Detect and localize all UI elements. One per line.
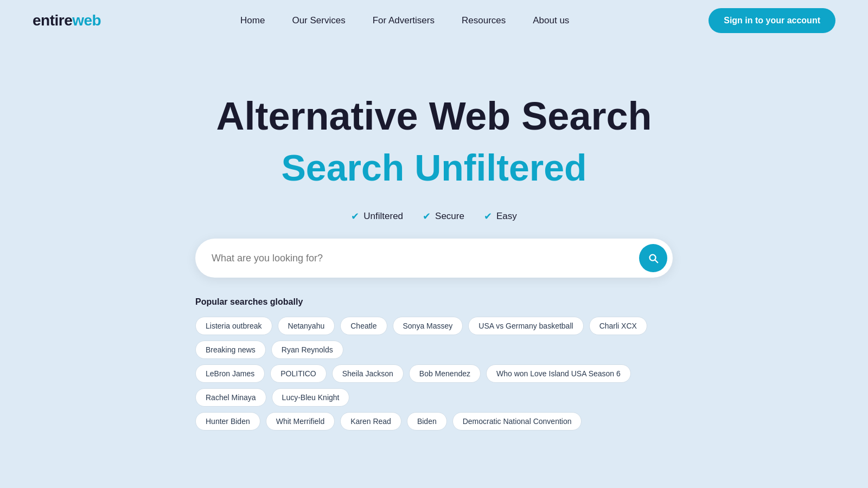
tags-row-2: LeBron JamesPOLITICOSheila JacksonBob Me… xyxy=(195,364,673,407)
tag-item[interactable]: POLITICO xyxy=(270,364,326,383)
badge-unfiltered-label: Unfiltered xyxy=(363,211,403,222)
tag-item[interactable]: Cheatle xyxy=(340,317,387,335)
tag-item[interactable]: Listeria outbreak xyxy=(195,317,272,335)
tag-item[interactable]: Charli XCX xyxy=(589,317,647,335)
tag-item[interactable]: Ryan Reynolds xyxy=(271,341,343,359)
nav-resources[interactable]: Resources xyxy=(462,15,506,26)
popular-searches: Popular searches globally Listeria outbr… xyxy=(195,297,673,436)
tag-item[interactable]: Hunter Biden xyxy=(195,412,260,431)
nav-home[interactable]: Home xyxy=(240,15,265,26)
sub-headline: Search Unfiltered xyxy=(281,146,586,189)
tag-item[interactable]: Netanyahu xyxy=(278,317,335,335)
badge-easy-label: Easy xyxy=(496,211,517,222)
tag-item[interactable]: Lucy-Bleu Knight xyxy=(272,388,350,407)
badge-easy: ✔ Easy xyxy=(484,210,517,222)
tag-item[interactable]: Whit Merrifield xyxy=(266,412,335,431)
main-headline: Alternative Web Search xyxy=(216,95,652,138)
nav-our-services[interactable]: Our Services xyxy=(292,15,345,26)
feature-badges: ✔ Unfiltered ✔ Secure ✔ Easy xyxy=(351,210,516,222)
search-icon xyxy=(647,252,659,264)
tag-item[interactable]: Breaking news xyxy=(195,341,266,359)
tag-item[interactable]: Karen Read xyxy=(340,412,401,431)
tags-row-1: Listeria outbreakNetanyahuCheatleSonya M… xyxy=(195,317,673,359)
tag-item[interactable]: Biden xyxy=(407,412,447,431)
logo[interactable]: entireweb xyxy=(33,12,101,29)
tag-item[interactable]: Democratic National Convention xyxy=(452,412,582,431)
badge-unfiltered: ✔ Unfiltered xyxy=(351,210,403,222)
search-input[interactable] xyxy=(212,253,639,264)
tag-item[interactable]: Who won Love Island USA Season 6 xyxy=(486,364,631,383)
tag-item[interactable]: Rachel Minaya xyxy=(195,388,266,407)
main-nav: Home Our Services For Advertisers Resour… xyxy=(240,15,569,26)
logo-web: web xyxy=(72,12,101,29)
checkmark-icon-unfiltered: ✔ xyxy=(351,210,359,222)
tag-item[interactable]: USA vs Germany basketball xyxy=(468,317,583,335)
search-bar xyxy=(195,239,673,278)
nav-for-advertisers[interactable]: For Advertisers xyxy=(373,15,435,26)
nav-about-us[interactable]: About us xyxy=(533,15,569,26)
search-button[interactable] xyxy=(639,244,667,272)
badge-secure: ✔ Secure xyxy=(423,210,464,222)
tag-item[interactable]: Sheila Jackson xyxy=(332,364,404,383)
checkmark-icon-secure: ✔ xyxy=(423,210,431,222)
tag-item[interactable]: Sonya Massey xyxy=(393,317,463,335)
logo-entire: entire xyxy=(33,12,72,29)
tag-item[interactable]: LeBron James xyxy=(195,364,265,383)
tags-row-3: Hunter BidenWhit MerrifieldKaren ReadBid… xyxy=(195,412,673,431)
popular-title: Popular searches globally xyxy=(195,297,673,307)
checkmark-icon-easy: ✔ xyxy=(484,210,492,222)
badge-secure-label: Secure xyxy=(435,211,464,222)
tag-item[interactable]: Bob Menendez xyxy=(409,364,481,383)
sign-in-button[interactable]: Sign in to your account xyxy=(709,8,835,33)
